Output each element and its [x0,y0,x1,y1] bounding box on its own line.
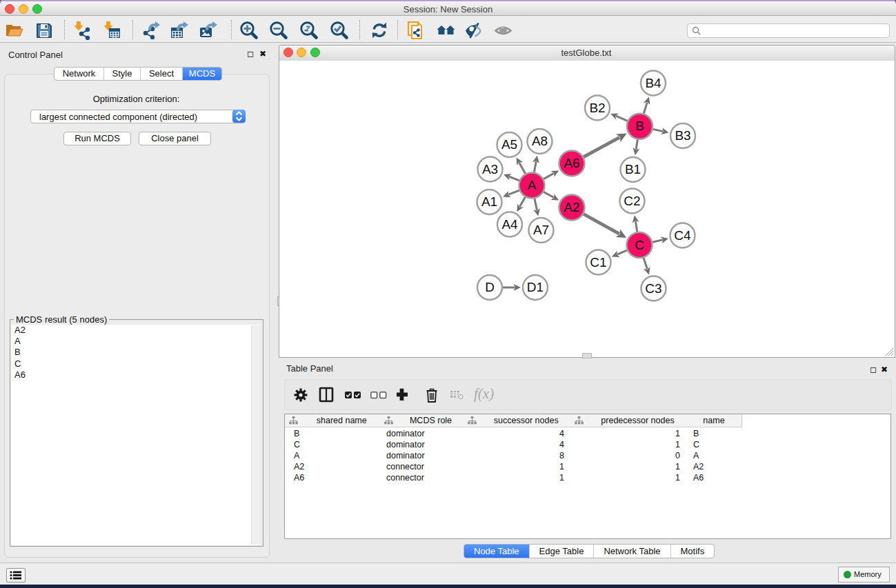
svg-text:A5: A5 [501,137,517,152]
svg-text:D1: D1 [527,280,544,294]
svg-text:C: C [635,238,644,252]
svg-text:A: A [528,178,537,192]
svg-text:A7: A7 [533,223,549,237]
svg-text:C3: C3 [645,281,661,296]
svg-text:C1: C1 [590,255,606,270]
svg-text:D: D [485,280,495,294]
svg-text:C2: C2 [624,194,640,208]
svg-text:A4: A4 [501,217,518,232]
svg-text:A1: A1 [481,194,497,209]
svg-text:B: B [635,119,644,133]
svg-text:A2: A2 [564,200,579,214]
svg-text:B3: B3 [675,128,690,143]
svg-text:A8: A8 [532,134,548,148]
svg-text:A3: A3 [482,162,498,176]
svg-text:B2: B2 [589,101,605,115]
svg-text:C4: C4 [674,228,691,243]
svg-text:A6: A6 [564,156,579,170]
svg-text:B4: B4 [645,76,661,90]
svg-text:B1: B1 [625,162,641,176]
